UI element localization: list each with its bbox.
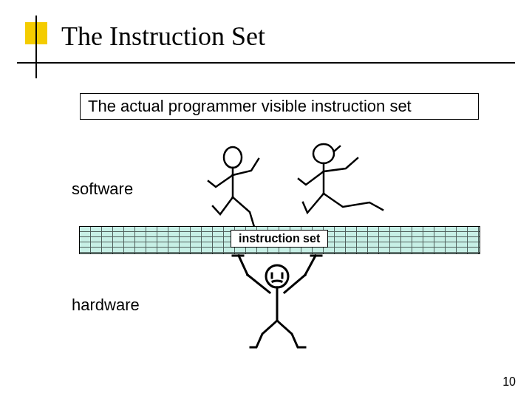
page-number: 10 (502, 375, 516, 389)
stick-figure-atlas (225, 254, 329, 350)
description-box: The actual programmer visible instructio… (80, 93, 479, 120)
slide-title: The Instruction Set (61, 21, 265, 52)
svg-line-8 (305, 256, 316, 275)
title-vertical-rule (35, 16, 37, 78)
instruction-set-label: instruction set (231, 230, 328, 248)
software-label: software (72, 180, 133, 199)
title-horizontal-rule (17, 62, 515, 64)
svg-point-2 (313, 144, 334, 163)
svg-line-7 (239, 256, 248, 275)
svg-point-11 (266, 265, 288, 287)
stick-figure-runner-1 (207, 144, 288, 233)
svg-line-3 (334, 146, 340, 151)
hardware-label: hardware (72, 296, 140, 315)
svg-point-0 (224, 147, 242, 168)
stick-figure-runner-2 (296, 140, 399, 233)
